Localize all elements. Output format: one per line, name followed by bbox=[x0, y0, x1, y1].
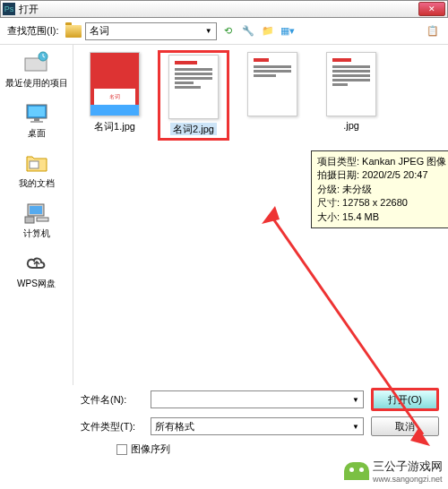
bottom-panel: 文件名(N): ▼ 打开(O) 文件类型(T): 所有格式 ▼ 取消 图像序列 bbox=[0, 385, 448, 463]
svg-rect-6 bbox=[30, 161, 39, 168]
file-thumbnail bbox=[326, 52, 376, 116]
svg-rect-10 bbox=[37, 218, 48, 221]
tooltip-type: 项目类型: Kankan JPEG 图像 bbox=[317, 155, 448, 168]
watermark-name: 三公子游戏网 bbox=[373, 459, 443, 475]
up-button[interactable]: 🔧 bbox=[240, 23, 256, 39]
tooltip-size: 大小: 15.4 MB bbox=[317, 210, 448, 224]
recent-icon bbox=[22, 50, 51, 75]
file-name: 名词1.jpg bbox=[94, 120, 135, 133]
svg-rect-3 bbox=[29, 107, 45, 116]
file-thumbnail bbox=[247, 52, 297, 116]
desktop-icon bbox=[22, 100, 51, 125]
file-item[interactable]: .jpg bbox=[315, 50, 387, 133]
close-button[interactable]: ✕ bbox=[418, 2, 445, 16]
computer-icon bbox=[22, 201, 51, 226]
watermark-icon bbox=[344, 462, 369, 480]
sidebar-wps[interactable]: WPS网盘 bbox=[15, 249, 57, 292]
filename-label: 文件名(N): bbox=[81, 393, 143, 407]
range-label: 查找范围(I): bbox=[7, 24, 58, 38]
back-button[interactable]: ⟲ bbox=[220, 23, 237, 39]
file-name: .jpg bbox=[343, 120, 359, 131]
image-sequence-checkbox[interactable] bbox=[116, 444, 127, 455]
svg-rect-4 bbox=[34, 118, 39, 121]
folder-icon bbox=[65, 25, 82, 38]
filetype-label: 文件类型(T): bbox=[81, 420, 143, 433]
path-dropdown[interactable]: 名词 ▼ bbox=[85, 22, 216, 40]
svg-rect-5 bbox=[30, 121, 43, 123]
tooltip-rating: 分级: 未分级 bbox=[317, 183, 448, 196]
sidebar-documents-label: 我的文档 bbox=[19, 177, 55, 190]
dropdown-arrow-icon: ▼ bbox=[352, 396, 359, 404]
watermark-url: www.sangongzi.net bbox=[373, 475, 443, 484]
sidebar-desktop-label: 桌面 bbox=[28, 127, 46, 140]
sidebar-recent-label: 最近使用的项目 bbox=[5, 77, 68, 90]
svg-rect-8 bbox=[30, 206, 42, 214]
filename-input[interactable]: ▼ bbox=[151, 390, 364, 408]
svg-rect-9 bbox=[25, 217, 34, 223]
file-item-selected[interactable]: 名词2.jpg bbox=[158, 50, 229, 141]
file-name: 名词2.jpg bbox=[170, 123, 217, 136]
cloud-icon bbox=[22, 251, 51, 276]
file-list[interactable]: 名词 名词1.jpg 名词2.jpg bbox=[73, 45, 448, 385]
sidebar: 最近使用的项目 桌面 我的文档 计算机 bbox=[0, 45, 73, 385]
sidebar-computer-label: 计算机 bbox=[23, 227, 50, 240]
dropdown-arrow-icon: ▼ bbox=[205, 27, 212, 35]
dialog-title: 打开 bbox=[19, 3, 418, 16]
open-button[interactable]: 打开(O) bbox=[371, 388, 439, 411]
sidebar-documents[interactable]: 我的文档 bbox=[17, 149, 56, 192]
tooltip-dims: 尺寸: 12758 x 22680 bbox=[317, 196, 448, 210]
watermark: 三公子游戏网 www.sangongzi.net bbox=[344, 459, 443, 484]
app-icon: Ps bbox=[3, 3, 15, 15]
filetype-value: 所有格式 bbox=[155, 420, 194, 433]
tooltip-date: 拍摄日期: 2020/2/5 20:47 bbox=[317, 168, 448, 182]
file-item[interactable]: 名词 名词1.jpg bbox=[79, 50, 151, 135]
file-thumbnail: 名词 bbox=[90, 52, 140, 116]
image-sequence-label: 图像序列 bbox=[131, 442, 170, 456]
documents-icon bbox=[22, 150, 51, 176]
file-tooltip: 项目类型: Kankan JPEG 图像 拍摄日期: 2020/2/5 20:4… bbox=[311, 150, 448, 228]
sidebar-wps-label: WPS网盘 bbox=[17, 278, 56, 290]
file-thumbnail bbox=[168, 55, 219, 119]
current-folder: 名词 bbox=[90, 24, 109, 38]
toolbar: 查找范围(I): 名词 ▼ ⟲ 🔧 📁 ▦▾ 📋 bbox=[0, 18, 448, 45]
sidebar-recent[interactable]: 最近使用的项目 bbox=[4, 48, 70, 91]
view-menu-button[interactable]: ▦▾ bbox=[280, 23, 296, 39]
file-item[interactable] bbox=[237, 50, 308, 122]
sidebar-computer[interactable]: 计算机 bbox=[21, 199, 53, 242]
cancel-button[interactable]: 取消 bbox=[371, 416, 439, 436]
new-folder-button[interactable]: 📁 bbox=[260, 23, 276, 39]
sidebar-desktop[interactable]: 桌面 bbox=[21, 99, 53, 142]
dropdown-arrow-icon: ▼ bbox=[352, 423, 359, 431]
titlebar: Ps 打开 ✕ bbox=[0, 0, 448, 18]
filetype-dropdown[interactable]: 所有格式 ▼ bbox=[151, 417, 364, 435]
extra-button[interactable]: 📋 bbox=[425, 23, 441, 39]
